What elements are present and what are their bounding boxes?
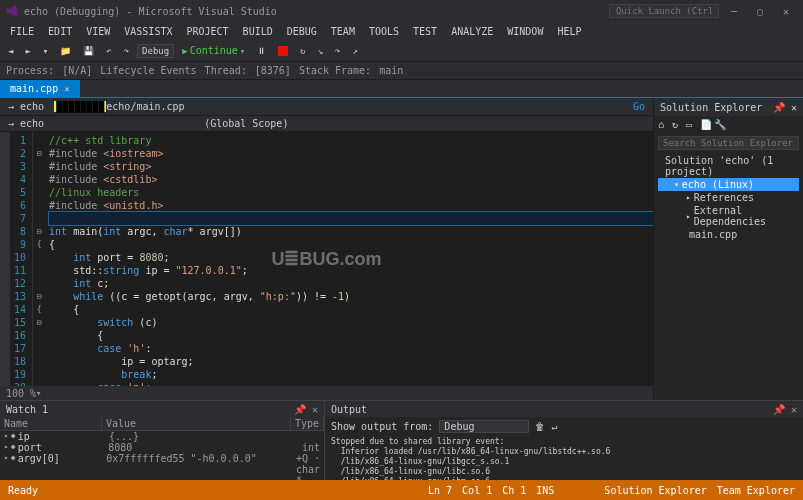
properties-icon[interactable]: 🔧 (714, 119, 726, 131)
menu-item[interactable]: ANALYZE (445, 24, 499, 39)
thread-dropdown[interactable]: [8376] (255, 65, 291, 76)
watch-rows[interactable]: ▸◆ ip{...}▸◆ port8080int▸◆ argv[0]0x7fff… (0, 431, 324, 484)
code-editor[interactable]: 1234567891011121314151617181920212223242… (0, 132, 653, 386)
watch-row[interactable]: ▸◆ ip{...} (0, 431, 324, 442)
menu-item[interactable]: TEAM (325, 24, 361, 39)
stop-button[interactable] (274, 44, 292, 58)
fold-gutter[interactable]: ⊟⊟{⊟{⊟ (33, 132, 45, 386)
code-text[interactable]: //c++ std library#include <iostream>#inc… (45, 132, 653, 386)
step-into-button[interactable]: ↘ (314, 44, 327, 58)
status-line: Ln 7 (428, 485, 452, 496)
breadcrumb-file[interactable]: ████████echo/main.cpp (54, 101, 184, 112)
thread-label: Thread: (205, 65, 247, 76)
tree-node[interactable]: ▸References (658, 191, 799, 204)
menu-item[interactable]: TOOLS (363, 24, 405, 39)
clear-icon[interactable]: 🗑 (535, 421, 545, 432)
status-col: Col 1 (462, 485, 492, 496)
step-over-button[interactable]: ↷ (331, 44, 344, 58)
svg-rect-0 (278, 46, 288, 56)
nav-scope[interactable]: (Global Scope) (204, 118, 288, 129)
menu-item[interactable]: WINDOW (501, 24, 549, 39)
window-title: echo (Debugging) - Microsoft Visual Stud… (24, 6, 277, 17)
save-button[interactable]: 💾 (79, 44, 98, 58)
col-type-header[interactable]: Type (291, 417, 324, 430)
pin-icon[interactable]: 📌 ✕ (294, 404, 318, 415)
go-label: Go (633, 101, 645, 112)
col-name-header[interactable]: Name (0, 417, 102, 430)
navigation-bar: → echo (Global Scope) (0, 116, 653, 132)
lifecycle-dropdown[interactable]: Lifecycle Events (100, 65, 196, 76)
nav-project[interactable]: → echo (8, 118, 44, 129)
breadcrumb-project[interactable]: → echo (8, 101, 44, 112)
status-bar: Ready Ln 7 Col 1 Ch 1 INS Solution Explo… (0, 480, 803, 500)
menu-item[interactable]: VASSISTX (118, 24, 178, 39)
config-dropdown[interactable]: Debug (137, 44, 174, 58)
solution-search-input[interactable] (658, 136, 799, 150)
home-icon[interactable]: ⌂ (658, 119, 670, 131)
output-title: Output (331, 404, 367, 415)
col-value-header[interactable]: Value (102, 417, 291, 430)
document-tab[interactable]: main.cpp ✕ (0, 80, 80, 97)
status-ins: INS (536, 485, 554, 496)
continue-label: Continue (190, 45, 238, 56)
status-link[interactable]: Solution Explorer (604, 485, 706, 496)
menu-item[interactable]: EDIT (42, 24, 78, 39)
process-dropdown[interactable]: [N/A] (62, 65, 92, 76)
title-bar: echo (Debugging) - Microsoft Visual Stud… (0, 0, 803, 22)
watch-header: Name Value Type (0, 417, 324, 431)
panel-title: Solution Explorer 📌 ✕ (654, 98, 803, 116)
refresh-icon[interactable]: ↻ (672, 119, 684, 131)
undo-button[interactable]: ↶ (102, 44, 115, 58)
solution-tree[interactable]: Solution 'echo' (1 project)▾echo (Linux)… (654, 152, 803, 400)
status-ch: Ch 1 (502, 485, 526, 496)
open-button[interactable]: 📁 (56, 44, 75, 58)
continue-button[interactable]: ▶ Continue ▾ (178, 43, 249, 58)
solution-toolbar: ⌂ ↻ ▭ 📄 🔧 (654, 116, 803, 134)
main-toolbar: ◄ ► ▾ 📁 💾 ↶ ↷ Debug ▶ Continue ▾ ⏸ ↻ ↘ ↷… (0, 40, 803, 62)
document-tabs: main.cpp ✕ (0, 80, 803, 98)
status-ready: Ready (8, 485, 38, 496)
menu-item[interactable]: FILE (4, 24, 40, 39)
minimize-button[interactable]: ─ (723, 4, 745, 19)
nav-back-button[interactable]: ◄ (4, 44, 17, 58)
debug-location-toolbar: Process: [N/A] Lifecycle Events Thread: … (0, 62, 803, 80)
line-numbers: 1234567891011121314151617181920212223242… (10, 132, 33, 386)
process-label: Process: (6, 65, 54, 76)
stackframe-dropdown[interactable]: main (379, 65, 403, 76)
close-button[interactable]: ✕ (775, 4, 797, 19)
nav-fwd-button[interactable]: ► (21, 44, 34, 58)
menu-item[interactable]: PROJECT (180, 24, 234, 39)
menu-item[interactable]: HELP (551, 24, 587, 39)
menu-item[interactable]: VIEW (80, 24, 116, 39)
tree-node[interactable]: ▸External Dependencies (658, 204, 799, 228)
new-button[interactable]: ▾ (39, 44, 52, 58)
menu-item[interactable]: BUILD (237, 24, 279, 39)
break-all-button[interactable]: ⏸ (253, 44, 270, 58)
pin-icon[interactable]: 📌 ✕ (773, 404, 797, 415)
quick-launch-input[interactable] (609, 4, 719, 18)
menu-item[interactable]: DEBUG (281, 24, 323, 39)
solution-explorer: Solution Explorer 📌 ✕ ⌂ ↻ ▭ 📄 🔧 Solution… (653, 98, 803, 400)
tree-node[interactable]: ▾echo (Linux) (658, 178, 799, 191)
menu-item[interactable]: TEST (407, 24, 443, 39)
watch-row[interactable]: ▸◆ port8080int (0, 442, 324, 453)
wrap-icon[interactable]: ↵ (551, 421, 557, 432)
panel-pin-icon[interactable]: 📌 ✕ (773, 102, 797, 113)
status-link[interactable]: Team Explorer (717, 485, 795, 496)
breakpoint-gutter[interactable] (0, 132, 10, 386)
collapse-icon[interactable]: ▭ (686, 119, 698, 131)
maximize-button[interactable]: ▢ (749, 4, 771, 19)
tree-node[interactable]: Solution 'echo' (1 project) (658, 154, 799, 178)
tab-close-icon[interactable]: ✕ (64, 84, 69, 94)
output-text[interactable]: Stopped due to shared library event: Inf… (325, 435, 803, 484)
editor-zoom[interactable]: 100 % ▾ (0, 386, 653, 400)
show-all-icon[interactable]: 📄 (700, 119, 712, 131)
menu-bar: FILEEDITVIEWVASSISTXPROJECTBUILDDEBUGTEA… (0, 22, 803, 40)
redo-button[interactable]: ↷ (120, 44, 133, 58)
tree-node[interactable]: main.cpp (658, 228, 799, 241)
output-from-dropdown[interactable]: Debug (439, 420, 529, 433)
step-out-button[interactable]: ↗ (348, 44, 361, 58)
restart-button[interactable]: ↻ (296, 44, 309, 58)
watch-title: Watch 1 (6, 404, 48, 415)
breadcrumb-bar: → echo ████████echo/main.cpp Go (0, 98, 653, 116)
